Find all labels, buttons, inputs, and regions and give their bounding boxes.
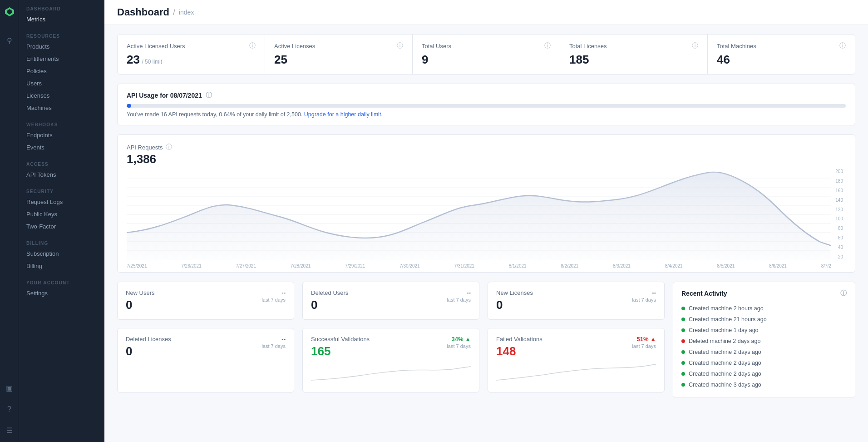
logo-icon[interactable] [4, 6, 15, 20]
activity-dot-5 [681, 361, 685, 365]
info-icon-0[interactable]: ⓘ [249, 42, 256, 50]
stat-title-new-users: New Users [126, 289, 155, 296]
stat-value-failed-validations: 148 [496, 344, 542, 358]
stat-title-new-licenses: New Licenses [496, 289, 533, 296]
sidebar-item-two-factor[interactable]: Two-Factor [19, 220, 104, 233]
metric-number-0: 23 [127, 53, 140, 66]
info-icon-2[interactable]: ⓘ [544, 42, 551, 50]
access-section: ACCESS API Tokens [19, 155, 104, 183]
sidebar-item-metrics[interactable]: Metrics [19, 13, 104, 25]
stat-badge-successful-validations: 34% ▲ last 7 days [447, 336, 471, 349]
metric-value-1: 25 [274, 53, 403, 67]
stat-title-deleted-licenses: Deleted Licenses [126, 336, 171, 343]
activity-item-0: Created machine 2 hours ago [681, 303, 847, 314]
stat-value-successful-validations: 165 [311, 344, 370, 358]
sparkline-successful [311, 362, 471, 385]
sidebar-item-settings[interactable]: Settings [19, 287, 104, 299]
sidebar-item-public-keys[interactable]: Public Keys [19, 208, 104, 220]
sidebar-item-endpoints[interactable]: Endpoints [19, 129, 104, 141]
activity-item-7: Created machine 3 days ago [681, 379, 847, 390]
metric-title-2: Total Users [422, 43, 451, 50]
metric-card-total-machines: Total Machines ⓘ 46 [708, 35, 855, 74]
docs-icon[interactable]: ▣ [6, 384, 13, 392]
resources-section-label: RESOURCES [19, 34, 104, 40]
stat-title-deleted-users: Deleted Users [311, 289, 348, 296]
stat-title-failed-validations: Failed Validations [496, 336, 542, 343]
dashboard-section: DASHBOARD Metrics [19, 0, 104, 27]
metric-card-total-users: Total Users ⓘ 9 [413, 35, 560, 74]
sidebar: DASHBOARD Metrics RESOURCES Products Ent… [19, 0, 104, 442]
sidebar-item-api-tokens[interactable]: API Tokens [19, 169, 104, 181]
sidebar-item-events[interactable]: Events [19, 141, 104, 154]
api-usage-info-icon[interactable]: ⓘ [206, 91, 212, 99]
account-section-label: YOUR ACCOUNT [19, 280, 104, 287]
activity-item-2: Created machine 1 day ago [681, 325, 847, 336]
api-usage-card: API Usage for 08/07/2021 ⓘ You've made 1… [117, 84, 855, 125]
account-section: YOUR ACCOUNT Settings [19, 274, 104, 301]
search-icon[interactable]: ⚲ [7, 36, 12, 45]
help-icon[interactable]: ? [7, 405, 11, 413]
info-icon-1[interactable]: ⓘ [397, 42, 403, 50]
metric-card-active-licensed-users: Active Licensed Users ⓘ 23 / 50 limit [118, 35, 265, 74]
activity-item-5: Created machine 2 days ago [681, 358, 847, 368]
stat-value-deleted-licenses: 0 [126, 344, 171, 358]
security-section: SECURITY Request Logs Public Keys Two-Fa… [19, 183, 104, 234]
activity-dot-6 [681, 372, 685, 376]
stats-row-1: New Users 0 -- last 7 days [117, 282, 665, 320]
sidebar-item-products[interactable]: Products [19, 40, 104, 53]
activity-text-3: Deleted machine 2 days ago [689, 338, 760, 344]
stat-badge-new-licenses: -- last 7 days [632, 289, 656, 303]
api-usage-text: You've made 16 API requests today, 0.64%… [127, 111, 846, 118]
sidebar-item-licenses[interactable]: Licenses [19, 89, 104, 102]
sidebar-item-entitlements[interactable]: Entitlements [19, 53, 104, 65]
chart-value: 1,386 [127, 152, 846, 166]
resources-section: RESOURCES Products Entitlements Policies… [19, 27, 104, 116]
sidebar-item-subscription[interactable]: Subscription [19, 248, 104, 260]
metric-cards: Active Licensed Users ⓘ 23 / 50 limit Ac… [117, 34, 855, 74]
activity-dot-1 [681, 318, 685, 321]
icon-strip: ⚲ ▣ ? ☰ [0, 0, 19, 442]
activity-dot-0 [681, 307, 685, 310]
activity-title: Recent Activity ⓘ [681, 289, 847, 298]
sidebar-item-users[interactable]: Users [19, 77, 104, 89]
api-progress-bar [127, 104, 846, 108]
access-section-label: ACCESS [19, 162, 104, 169]
stat-card-new-licenses: New Licenses 0 -- last 7 days [488, 282, 665, 320]
info-icon-3[interactable]: ⓘ [692, 42, 698, 50]
metric-title-3: Total Licenses [569, 43, 607, 50]
metric-title-0: Active Licensed Users [127, 43, 185, 50]
stat-badge-new-users: -- last 7 days [261, 289, 286, 303]
stats-and-activity: New Users 0 -- last 7 days [117, 282, 855, 401]
stats-left: New Users 0 -- last 7 days [117, 282, 665, 401]
metric-value-2: 9 [422, 53, 551, 67]
metric-sublabel-0: / 50 limit [142, 59, 162, 65]
activity-info-icon[interactable]: ⓘ [840, 289, 847, 298]
activity-text-2: Created machine 1 day ago [689, 327, 759, 333]
activity-dot-2 [681, 328, 685, 332]
sidebar-item-request-logs[interactable]: Request Logs [19, 196, 104, 208]
stat-value-new-users: 0 [126, 298, 155, 312]
dashboard-section-label: DASHBOARD [19, 6, 104, 13]
chart-title: API Requests ⓘ [127, 143, 846, 151]
activity-item-3: Deleted machine 2 days ago [681, 336, 847, 347]
chart-svg [127, 169, 831, 260]
stat-card-failed-validations: Failed Validations 148 51% ▲ last 7 days [488, 328, 665, 392]
content-body: Active Licensed Users ⓘ 23 / 50 limit Ac… [104, 25, 868, 410]
page-title: Dashboard [117, 6, 169, 18]
breadcrumb-separator: / [173, 8, 175, 17]
api-usage-title: API Usage for 08/07/2021 ⓘ [127, 91, 846, 99]
sidebar-item-policies[interactable]: Policies [19, 65, 104, 77]
chart-info-icon[interactable]: ⓘ [166, 143, 172, 151]
log-icon[interactable]: ☰ [6, 426, 13, 435]
activity-card: Recent Activity ⓘ Created machine 2 hour… [673, 282, 855, 398]
stat-card-deleted-users: Deleted Users 0 -- last 7 days [302, 282, 479, 320]
info-icon-4[interactable]: ⓘ [839, 42, 846, 50]
stat-value-deleted-users: 0 [311, 298, 348, 312]
main-content: Dashboard / index Active Licensed Users … [104, 0, 868, 442]
sidebar-item-billing[interactable]: Billing [19, 260, 104, 272]
activity-item-6: Created machine 2 days ago [681, 368, 847, 379]
security-section-label: SECURITY [19, 189, 104, 196]
api-upgrade-link[interactable]: Upgrade for a higher daily limit. [304, 111, 383, 118]
sidebar-item-machines[interactable]: Machines [19, 102, 104, 114]
stat-card-new-users: New Users 0 -- last 7 days [117, 282, 294, 320]
